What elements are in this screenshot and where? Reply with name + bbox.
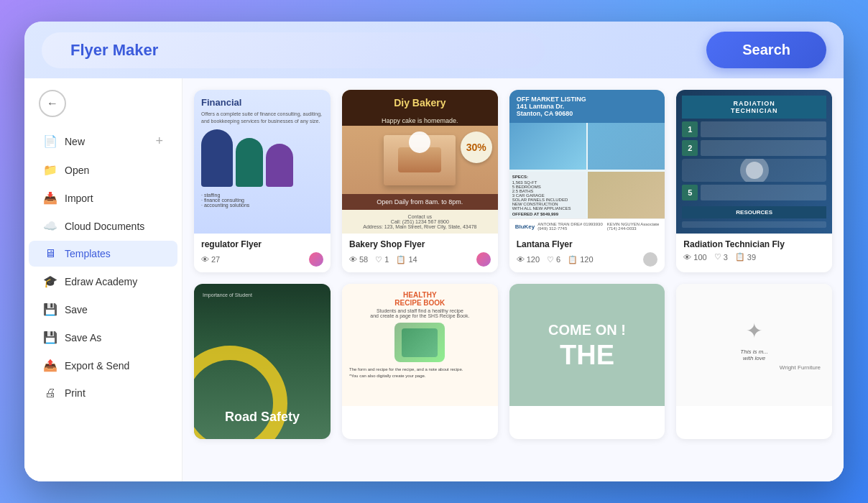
card-title-radiation: Radiation Technician Fly — [683, 239, 825, 249]
app-title: Flyer Maker — [42, 32, 545, 68]
header: Flyer Maker Search — [24, 22, 844, 78]
likes-icon: ♡ — [714, 252, 721, 262]
sidebar-label-open: Open — [65, 165, 89, 176]
sidebar-item-print[interactable]: 🖨 Print — [29, 380, 177, 406]
new-icon: 📄 — [43, 134, 57, 148]
sidebar: ← 📄 New + 📁 Open 📥 Import ☁️ Cloud Docum… — [24, 78, 183, 481]
discount-badge: 30% — [461, 131, 492, 163]
wright-tagline: This is m...with love — [740, 349, 768, 361]
sidebar-label-saveas: Save As — [65, 332, 101, 343]
sidebar-item-saveas[interactable]: 💾 Save As — [29, 324, 177, 351]
template-card-lantana[interactable]: OFF MARKET LISTING 141 Lantana Dr. Stant… — [509, 90, 665, 272]
card-footer-bakery: Bakery Shop Flyer 👁58 ♡1 📋14 — [342, 234, 498, 272]
likes-icon: ♡ — [375, 255, 382, 264]
app-container: Flyer Maker Search ← 📄 New + 📁 Open 📥 Im… — [24, 22, 844, 481]
views-icon: 👁 — [201, 255, 209, 264]
bakery-contact: Contact us Call: (251) 1234 567 8900 Add… — [342, 210, 498, 234]
avatar — [476, 252, 491, 267]
road-safety-text: Road Safety — [225, 410, 300, 425]
road-arc — [194, 346, 287, 439]
card-footer-financial: regulator Flyer 👁27 — [194, 234, 331, 272]
saveas-icon: 💾 — [43, 331, 57, 344]
templates-icon: 🖥 — [43, 247, 57, 260]
sidebar-item-templates[interactable]: 🖥 Templates — [29, 241, 177, 267]
template-card-financial-partial[interactable]: Financial Offers a complete suite of fin… — [194, 90, 331, 272]
main-area: ← 📄 New + 📁 Open 📥 Import ☁️ Cloud Docum… — [24, 78, 844, 481]
open-icon: 📁 — [43, 163, 57, 177]
importance-text: Importance of Student — [203, 292, 252, 297]
sidebar-item-import[interactable]: 📥 Import — [29, 185, 177, 211]
avatar — [643, 252, 657, 267]
import-icon: 📥 — [43, 191, 57, 205]
bakery-header: Diy Bakery — [342, 90, 498, 116]
add-icon: + — [155, 134, 163, 149]
academy-icon: 🎓 — [43, 274, 57, 288]
card-stats: 👁27 — [201, 252, 323, 267]
print-icon: 🖨 — [43, 387, 57, 400]
sidebar-label-cloud: Cloud Documents — [65, 221, 144, 232]
card-title: regulator Flyer — [201, 239, 323, 249]
template-card-comeon[interactable]: COME ON ! THE — [509, 284, 665, 439]
recipe-image — [394, 323, 445, 362]
content-area[interactable]: Financial Offers a complete suite of fin… — [183, 78, 844, 481]
the-text: THE — [560, 341, 614, 369]
recipe-body: The form and recipe for the recipe, and … — [349, 366, 491, 379]
wright-logo-icon: ✦ — [746, 319, 762, 343]
sidebar-label-new: New — [65, 136, 85, 147]
copies-icon: 📋 — [396, 255, 406, 264]
sidebar-item-new[interactable]: 📄 New + — [29, 127, 177, 155]
card-stats-lantana: 👁120 ♡6 📋120 — [517, 252, 658, 267]
search-button[interactable]: Search — [706, 32, 826, 68]
template-card-radiation[interactable]: RADIATIONTECHNICIAN 1 2 — [676, 90, 832, 272]
cloud-icon: ☁️ — [43, 219, 57, 233]
sidebar-item-open[interactable]: 📁 Open — [29, 157, 177, 183]
sidebar-label-import: Import — [65, 193, 93, 204]
copies-icon: 📋 — [568, 255, 578, 264]
sidebar-label-academy: Edraw Academy — [65, 276, 137, 287]
copies-icon: 📋 — [735, 252, 745, 262]
template-card-bakery[interactable]: Diy Bakery Happy cake is homemade. 30% O… — [342, 90, 498, 272]
sidebar-item-cloud[interactable]: ☁️ Cloud Documents — [29, 213, 177, 239]
back-button[interactable]: ← — [39, 90, 66, 117]
avatar — [309, 252, 323, 267]
card-stats-bakery: 👁58 ♡1 📋14 — [349, 252, 491, 267]
card-stats-radiation: 👁100 ♡3 📋39 — [683, 252, 825, 262]
sidebar-label-export: Export & Send — [65, 360, 129, 372]
template-card-wright[interactable]: ✦ This is m...with love Wright Furniture — [676, 284, 832, 439]
likes-icon: ♡ — [547, 255, 554, 264]
template-card-recipe[interactable]: HEALTHYRECIPE BOOK Students and staff fi… — [342, 284, 498, 439]
recipe-title: HEALTHYRECIPE BOOK — [349, 291, 491, 307]
card-footer-lantana: Lantana Flyer 👁120 ♡6 📋120 — [509, 234, 665, 272]
card-footer-radiation: Radiation Technician Fly 👁100 ♡3 📋39 — [676, 234, 832, 267]
card-title-lantana: Lantana Flyer — [517, 239, 658, 249]
sidebar-label-save: Save — [65, 304, 88, 315]
sidebar-item-academy[interactable]: 🎓 Edraw Academy — [29, 268, 177, 295]
card-title-bakery: Bakery Shop Flyer — [349, 239, 491, 249]
comeon-text: COME ON ! — [548, 322, 626, 338]
export-icon: 📤 — [43, 359, 57, 372]
sidebar-item-export[interactable]: 📤 Export & Send — [29, 352, 177, 379]
views-icon: 👁 — [517, 255, 525, 264]
sidebar-label-templates: Templates — [65, 248, 111, 259]
template-card-roadsafety[interactable]: Importance of Student Road Safety — [194, 284, 331, 439]
views-icon: 👁 — [683, 253, 691, 262]
sidebar-item-save[interactable]: 💾 Save — [29, 296, 177, 323]
bakery-open-hours: Open Daily from 8am. to 8pm. — [342, 194, 498, 210]
sidebar-label-print: Print — [65, 387, 86, 399]
save-icon: 💾 — [43, 303, 57, 316]
views-icon: 👁 — [349, 255, 357, 264]
